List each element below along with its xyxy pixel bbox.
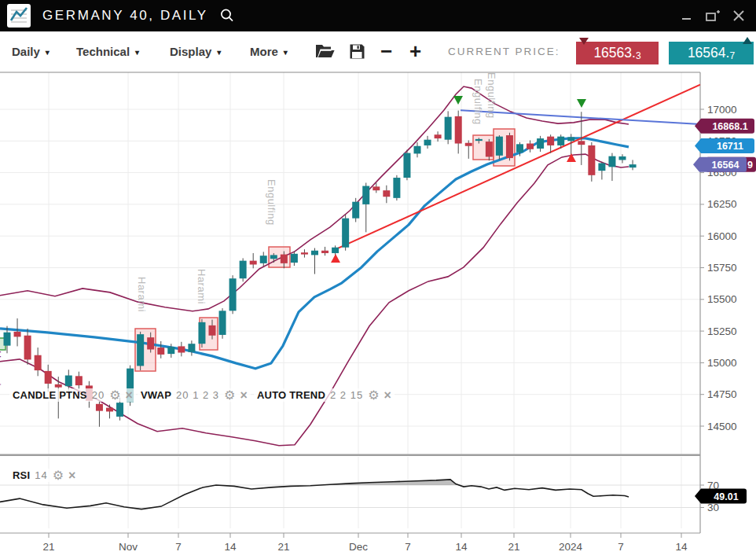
candle-body (383, 190, 390, 197)
axis-tick-label: 14 (455, 541, 468, 553)
rsi-line (0, 480, 629, 509)
candle-body (35, 355, 42, 370)
axis-tick-label: 15000 (707, 357, 737, 369)
toolbar: Daily ▾ Technical ▾ Display ▾ More ▾ − +… (0, 31, 756, 71)
remove-indicator-icon[interactable]: × (125, 390, 132, 400)
popout-button[interactable] (703, 6, 722, 25)
candle-body (475, 139, 483, 141)
menu-technical[interactable]: Technical ▾ (76, 31, 139, 71)
bollinger-upper-line (0, 86, 629, 311)
save-icon[interactable] (349, 31, 365, 71)
ask-price-badge: 16564.7 (669, 42, 754, 64)
bollinger-lower-line (0, 154, 629, 446)
ask-price-value: 16564. (688, 45, 730, 61)
candle-body (342, 219, 349, 248)
arrow-up-icon (743, 37, 752, 44)
candle-body (167, 347, 174, 354)
indicator-params: 20 1 2 3 (176, 389, 219, 401)
candle-body (362, 186, 369, 204)
menu-daily-label: Daily (12, 45, 40, 58)
candle-body (393, 178, 400, 198)
candle-body (455, 116, 462, 144)
candle-body (527, 144, 534, 149)
candle-body (372, 186, 380, 190)
candle-body (321, 251, 328, 253)
candle-body (619, 156, 626, 160)
candle-body (250, 261, 257, 265)
arrow-down-icon (579, 38, 589, 45)
candle-body (24, 336, 31, 360)
axis-tick-label: 21 (277, 541, 289, 553)
indicator-name: VWAP (141, 389, 171, 401)
price-tag-value: 16564 (712, 160, 739, 171)
menu-more[interactable]: More ▾ (250, 31, 288, 71)
menu-daily[interactable]: Daily ▾ (12, 31, 50, 71)
titlebar: GERMANY 40, DAILY (0, 0, 756, 31)
candle-body (55, 384, 62, 388)
candle-body (486, 142, 493, 156)
zoom-out-button[interactable]: − (380, 31, 392, 71)
chevron-down-icon: ▾ (284, 46, 288, 57)
app-logo-icon (7, 4, 31, 28)
candle-body (332, 248, 339, 253)
candle-body (578, 141, 585, 145)
candle-body (209, 325, 216, 336)
price-tag-value: 49.01 (714, 491, 738, 502)
remove-indicator-icon[interactable]: × (240, 390, 247, 400)
open-folder-icon[interactable] (314, 31, 336, 71)
menu-display-label: Display (170, 45, 211, 58)
candle-body (240, 261, 247, 279)
candle-body (198, 322, 205, 344)
settings-gear-icon[interactable]: ⚙ (368, 390, 379, 400)
candle-body (311, 251, 318, 256)
axis-tick-label: Nov (119, 541, 138, 553)
axis-tick-label: 16250 (707, 198, 737, 210)
remove-indicator-icon[interactable]: × (384, 390, 391, 400)
pattern-label: Harami (136, 277, 148, 312)
candle-body (188, 344, 195, 351)
candle-body (403, 153, 410, 178)
candle-body (496, 137, 503, 156)
candle-body (157, 348, 164, 355)
candle-body (516, 144, 523, 152)
candle-body (506, 135, 513, 158)
menu-display[interactable]: Display ▾ (170, 31, 221, 71)
candle-body (608, 156, 615, 167)
candle-body (14, 332, 21, 337)
close-icon[interactable] (729, 6, 748, 25)
pattern-label: Engulfing (486, 72, 497, 119)
candle-body (260, 256, 267, 263)
price-chart[interactable]: HaramiHaramiHaramiEngulfingEngulfingEngu… (0, 0, 756, 559)
settings-gear-icon[interactable]: ⚙ (53, 470, 64, 480)
axis-tick-label: 17000 (707, 104, 737, 116)
axis-tick-label: 14500 (707, 421, 737, 432)
axis-tick-label: 7 (405, 541, 411, 553)
settings-gear-icon[interactable]: ⚙ (224, 390, 235, 400)
candle-body (445, 117, 452, 140)
pattern-label: Harami (196, 269, 207, 304)
chevron-down-icon: ▾ (135, 46, 139, 57)
candle-body (45, 371, 52, 384)
candle-body (229, 278, 237, 311)
candle-body (75, 376, 83, 385)
candle-body (270, 255, 277, 259)
indicator-params: 14 (35, 469, 47, 481)
search-icon[interactable] (218, 7, 236, 24)
candle-body (547, 137, 554, 145)
chart-title: GERMANY 40, DAILY (42, 8, 208, 24)
indicator-vwap: VWAP 20 1 2 3 ⚙ × (138, 388, 251, 402)
zoom-in-button[interactable]: + (409, 31, 421, 71)
axis-tick-label: 14750 (707, 388, 737, 400)
axis-tick-label: 15750 (707, 262, 737, 274)
candle-body (598, 164, 605, 171)
settings-gear-icon[interactable]: ⚙ (109, 390, 120, 400)
pattern-label: Engulfing (472, 79, 484, 125)
remove-indicator-icon[interactable]: × (68, 470, 75, 480)
minimize-button[interactable] (677, 6, 696, 25)
indicator-name: RSI (13, 469, 30, 481)
panel-separator (0, 454, 700, 457)
price-tag-value: 16711 (717, 141, 743, 152)
chevron-down-icon: ▾ (46, 46, 50, 57)
candle-body (629, 164, 637, 167)
candle-body (465, 143, 472, 146)
